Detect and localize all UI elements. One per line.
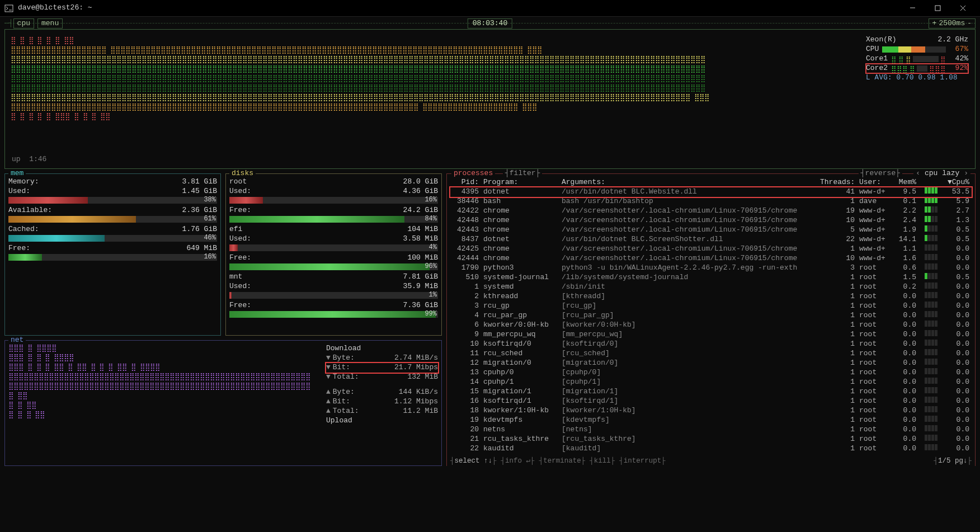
disk-used-label: Used: [229,282,251,291]
footer-kill[interactable]: ┤kill├ [590,457,615,467]
process-row[interactable]: 1 systemd /sbin/init 1 root 0.2 0.0 [450,283,972,292]
core1-label: Core1 [866,54,888,63]
col-mem[interactable]: Mem% [891,177,918,187]
process-row[interactable]: 20 netns [netns] 1 root 0.0 0.0 [450,425,972,435]
proc-pid: 21 [450,435,481,444]
process-row[interactable]: 19 kdevtmpfs [kdevtmpfs] 1 root 0.0 0.0 [450,416,972,425]
proc-mem: 1.9 [891,225,918,235]
process-row[interactable]: 42422 chrome /var/screenshotter/.local-c… [450,206,972,216]
proc-args: /var/screenshotter/.local-chromium/Linux… [559,206,818,216]
process-row[interactable]: 42425 chrome /var/screenshotter/.local-c… [450,244,972,254]
proc-mem: 0.0 [891,321,918,330]
proc-args: /lib/systemd/systemd-journald [559,273,818,283]
process-row[interactable]: 1790 python3 python3 -u bin/WALinuxAgent… [450,263,972,273]
refresh-plus-icon[interactable]: + [932,19,937,28]
proc-user: root [857,292,891,302]
process-row[interactable]: 2 kthreadd [kthreadd] 1 root 0.0 0.0 [450,292,972,302]
col-user[interactable]: User: [857,177,891,187]
proc-args: [kworker/0:0H-kb] [559,321,818,330]
refresh-minus-icon[interactable]: - [967,19,972,28]
process-row[interactable]: 21 rcu_tasks_kthre [rcu_tasks_kthre] 1 r… [450,435,972,444]
process-row[interactable]: 3 rcu_gp [rcu_gp] 1 root 0.0 0.0 [450,302,972,311]
proc-cpu: 0.0 [944,416,972,425]
col-program[interactable]: Program: [481,177,559,187]
proc-threads: 3 [818,263,857,273]
sort-left-icon[interactable]: ‹ [916,169,920,177]
disk-free-bar: 96% [229,263,438,270]
mem-used-bar: 38% [8,197,217,204]
maximize-button[interactable] [925,1,950,16]
proc-mem: 0.0 [891,387,918,397]
reverse-button[interactable]: ┤reverse├ [859,169,902,178]
process-row[interactable]: 16 ksoftirqd/1 [ksoftirqd/1] 1 root 0.0 … [450,397,972,406]
proc-program: chrome [481,225,559,235]
cpu-spark-bar [925,425,938,431]
proc-pid: 19 [450,416,481,425]
filter-button[interactable]: ┤filter├ [503,169,542,178]
proc-cpu: 0.0 [944,302,972,311]
process-row[interactable]: 8437 dotnet /usr/bin/dotnet BLC.ScreenSh… [450,235,972,244]
proc-cpu: 0.0 [944,397,972,406]
process-row[interactable]: 6 kworker/0:0H-kb [kworker/0:0H-kb] 1 ro… [450,321,972,330]
disk-free-bar: 99% [229,311,438,318]
proc-threads: 1 [818,425,857,435]
process-row[interactable]: 12 migration/0 [migration/0] 1 root 0.0 … [450,359,972,368]
cpu-speed: 2.2 GHz [937,35,968,44]
mem-avail-bar: 61% [8,216,217,223]
svg-rect-0 [5,5,13,12]
sort-right-icon[interactable]: › [964,169,968,177]
cpu-spark-bar [925,406,938,412]
sort-mode[interactable]: ‹ cpu lazy › [913,169,970,178]
minimize-button[interactable] [900,1,925,16]
proc-mem: 0.2 [891,283,918,292]
disk-name: root [229,177,247,186]
cpu-tab[interactable]: cpu [13,18,34,29]
proc-pid: 13 [450,368,481,378]
net-panel: net ⣿⣿⣿ ⣿ ⣿⣿⣿⣿ ⣿⣿⣿ ⣿ ⣿ ⣿ ⣿⣿⣿⣿ ⣿⣿⣿ ⣿ ⣿ ⣿ … [4,340,442,466]
uptime: up 1:46 [12,155,46,164]
proc-args: [kthreadd] [559,292,818,302]
process-row[interactable]: 510 systemd-journal /lib/systemd/systemd… [450,273,972,283]
process-row[interactable]: 4 rcu_par_gp [rcu_par_gp] 1 root 0.0 0.0 [450,311,972,321]
cpu-stats: Xeon(R) 2.2 GHz CPU 67% Core1 ⣿⣿ ⣿ [863,33,972,165]
refresh-rate[interactable]: + 2500ms - [929,18,976,29]
mem-used-pct: 38% [204,196,216,204]
col-cpu[interactable]: ▼Cpu% [944,177,972,187]
mem-avail-label: Available: [8,206,52,215]
disk-used-bar: 1% [229,292,438,299]
col-args[interactable]: Arguments: [559,177,818,187]
dl-byte-val: 2.74 MiB/s [394,354,438,362]
down-arrow-icon [326,373,333,382]
footer-select[interactable]: ┤select ↑↓├ [450,457,497,467]
sort-mode-label: cpu lazy [925,169,959,177]
process-row[interactable]: 42448 chrome /var/screenshotter/.local-c… [450,216,972,225]
process-row[interactable]: 11 rcu_sched [rcu_sched] 1 root 0.0 0.0 [450,349,972,359]
menu-button[interactable]: menu [37,18,63,29]
process-row[interactable]: 22 kauditd [kauditd] 1 root 0.0 0.0 [450,444,972,454]
footer-info[interactable]: ┤info ↵├ [501,457,535,467]
ul-bit-label: Bit: [333,397,394,406]
process-row[interactable]: 18 kworker/1:0H-kb [kworker/1:0H-kb] 1 r… [450,406,972,416]
process-row[interactable]: 38446 bash bash /usr/bin/bashtop 1 dave … [450,197,972,206]
process-row[interactable]: 10 ksoftirqd/0 [ksoftirqd/0] 1 root 0.0 … [450,340,972,349]
proc-cpu: 0.0 [944,349,972,359]
process-row[interactable]: 42444 chrome /var/screenshotter/.local-c… [450,254,972,263]
proc-program: chrome [481,216,559,225]
col-threads[interactable]: Threads: [818,177,857,187]
proc-program: ksoftirqd/0 [481,340,559,349]
cpu-panel: ⣿ ⣿ ⣿ ⣿ ⣿ ⣿ ⣿⣿ ⣿⣿⣿⣿⣿⣿⣿⣿⣿⣿⣿⣿⣿⣿⣿⣿⣿⣿⣿ ⣿⣿⣿⣿⣿… [4,29,976,169]
process-row[interactable]: 14 cpuhp/1 [cpuhp/1] 1 root 0.0 0.0 [450,378,972,387]
proc-pid: 42443 [450,225,481,235]
close-button[interactable] [950,1,976,16]
footer-page[interactable]: ┤1/5 pg↓├ [934,457,972,467]
process-table[interactable]: Pid: Program: Arguments: Threads: User: … [450,177,972,454]
process-row[interactable]: 42443 chrome /var/screenshotter/.local-c… [450,225,972,235]
process-row[interactable]: 15 migration/1 [migration/1] 1 root 0.0 … [450,387,972,397]
cpu-spark-bar [925,283,938,289]
process-row[interactable]: 9 mm_percpu_wq [mm_percpu_wq] 1 root 0.0… [450,330,972,340]
footer-terminate[interactable]: ┤terminate├ [539,457,586,467]
process-row[interactable]: 4395 dotnet /usr/bin/dotnet BLC.Website.… [450,187,972,197]
process-row[interactable]: 13 cpuhp/0 [cpuhp/0] 1 root 0.0 0.0 [450,368,972,378]
col-pid[interactable]: Pid: [450,177,481,187]
footer-interrupt[interactable]: ┤interrupt├ [619,457,666,467]
